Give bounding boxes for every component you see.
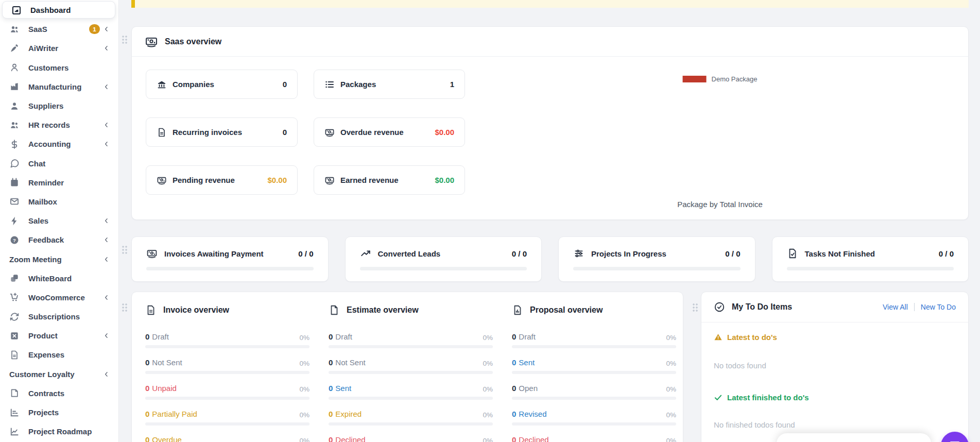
status-count: 0 [512, 384, 516, 393]
status-row-top: 0Not Sent 0% [329, 355, 493, 367]
package-chart: Demo Package Package by Total Invoice [472, 57, 968, 220]
sidebar-item[interactable]: Zoom Meeting [0, 249, 118, 268]
kpi-card[interactable]: Projects In Progress 0 / 0 [558, 236, 755, 282]
sidebar-item-label: WooCommerce [28, 293, 85, 302]
sidebar-item[interactable]: Chat [0, 154, 118, 173]
sidebar-item-label: Project Roadmap [28, 427, 92, 436]
sidebar-item[interactable]: Dashboard [0, 1, 118, 20]
sidebar-item-icon [9, 273, 20, 283]
view-all-link[interactable]: View All [883, 303, 908, 311]
drag-handle[interactable] [122, 245, 127, 254]
status-row: 0Sent 0% [512, 355, 676, 374]
kpi-icon [573, 248, 584, 259]
status-percent: 0% [666, 334, 676, 342]
status-row: 0Partially Paid 0% [145, 406, 310, 426]
sidebar-item-label: Dashboard [30, 6, 71, 14]
no-todos-text: No todos found [714, 361, 956, 370]
sidebar-nav: Dashboard SaaS 1 AiWriter [0, 0, 118, 441]
legend-label: Demo Package [712, 75, 758, 83]
stat-card[interactable]: Overdue revenue $0.00 [314, 117, 465, 147]
sidebar-item-icon [9, 427, 20, 437]
kpi-icon [360, 248, 371, 259]
status-label: Declined [335, 435, 365, 442]
sidebar-item-label: HR records [28, 121, 70, 129]
main-content: Saas overview Companies 0 Packages 1 [119, 0, 980, 442]
sidebar-item-icon [9, 350, 20, 360]
estimate-overview-title: Estimate overview [347, 305, 419, 315]
kpi-progress-bar [573, 267, 741, 270]
status-row-top: 0Draft 0% [512, 329, 676, 342]
stat-card[interactable]: Recurring invoices 0 [146, 117, 298, 147]
cash-icon [145, 35, 158, 48]
sidebar-item[interactable]: WooCommerce [0, 288, 118, 307]
status-progress-bar [512, 345, 676, 348]
sidebar-item[interactable]: Projects [0, 403, 118, 422]
sidebar-item[interactable]: Manufacturing [0, 77, 118, 96]
sidebar-item[interactable]: Sales [0, 211, 118, 230]
status-row-top: 0Draft 0% [145, 329, 310, 342]
sidebar-item[interactable]: Suppliers [0, 96, 118, 115]
kpi-card[interactable]: Converted Leads 0 / 0 [345, 236, 542, 282]
sidebar: Dashboard SaaS 1 AiWriter [0, 0, 119, 442]
status-row-top: 0Unpaid 0% [145, 381, 310, 393]
stat-card[interactable]: Packages 1 [314, 70, 465, 99]
sidebar-item-label: Expenses [28, 350, 64, 359]
status-row-top: 0Not Sent 0% [145, 355, 310, 367]
estimate-file-icon [329, 304, 340, 316]
sidebar-item[interactable]: Customers [0, 58, 118, 77]
status-text: 0Declined [512, 435, 549, 442]
stat-card[interactable]: Earned revenue $0.00 [314, 165, 465, 195]
sidebar-item[interactable]: Product [0, 326, 118, 345]
sidebar-item[interactable]: Expenses [0, 345, 118, 364]
status-label: Draft [335, 332, 352, 341]
status-percent: 0% [299, 437, 310, 442]
legend-swatch [683, 76, 707, 82]
chevron-left-icon [102, 25, 110, 33]
sidebar-item-label: Reminder [28, 178, 64, 187]
status-text: 0Draft [512, 332, 536, 342]
proposal-overview-title: Proposal overview [530, 305, 603, 315]
widget-popup[interactable] [777, 433, 931, 442]
stat-value: $0.00 [267, 176, 287, 184]
sidebar-item[interactable]: HR records [0, 115, 118, 134]
sidebar-item-icon [9, 177, 20, 188]
sidebar-item[interactable]: AiWriter [0, 39, 118, 58]
chevron-left-icon [102, 294, 110, 301]
sidebar-item[interactable]: WhiteBoard [0, 269, 118, 288]
sidebar-item[interactable]: SaaS 1 [0, 20, 118, 39]
todo-links: View All New To Do [883, 303, 956, 311]
stat-card[interactable]: Pending revenue $0.00 [146, 165, 298, 195]
saas-overview-header: Saas overview [132, 27, 968, 57]
new-todo-link[interactable]: New To Do [921, 303, 956, 311]
status-row: 0Expired 0% [329, 406, 493, 426]
status-row-top: 0Declined 0% [512, 432, 676, 442]
kpi-card[interactable]: Invoices Awaiting Payment 0 / 0 [131, 236, 329, 282]
proposal-file-icon [512, 304, 523, 316]
latest-todos-label: Latest to do's [727, 333, 777, 342]
sidebar-item[interactable]: Project Roadmap [0, 422, 118, 441]
status-count: 0 [512, 358, 516, 367]
drag-handle[interactable] [122, 303, 127, 312]
drag-handle[interactable] [692, 303, 698, 312]
sidebar-item-label: Feedback [28, 235, 64, 244]
status-label: Draft [152, 332, 169, 341]
kpi-label: Projects In Progress [591, 249, 718, 258]
status-row-top: 0Overdue 0% [145, 432, 310, 442]
kpi-card[interactable]: Tasks Not Finished 0 / 0 [772, 236, 969, 282]
status-count: 0 [145, 384, 149, 393]
sidebar-item[interactable]: Contracts [0, 384, 118, 403]
sidebar-item[interactable]: Reminder [0, 173, 118, 192]
stat-card[interactable]: Companies 0 [146, 70, 298, 99]
drag-handle[interactable] [122, 35, 127, 44]
check-circle-icon [714, 301, 725, 313]
status-percent: 0% [299, 360, 310, 367]
sidebar-item[interactable]: Subscriptions [0, 307, 118, 326]
sidebar-item[interactable]: Mailbox [0, 192, 118, 211]
chart-legend[interactable]: Demo Package [683, 75, 758, 83]
sidebar-item[interactable]: Accounting [0, 134, 118, 154]
sidebar-item[interactable]: Customer Loyalty [0, 365, 118, 384]
sidebar-item-icon [9, 101, 20, 111]
sidebar-item[interactable]: ? Feedback [0, 230, 118, 249]
status-progress-bar [512, 422, 676, 426]
saas-overview-body: Companies 0 Packages 1 Recurring invoice… [132, 57, 968, 220]
